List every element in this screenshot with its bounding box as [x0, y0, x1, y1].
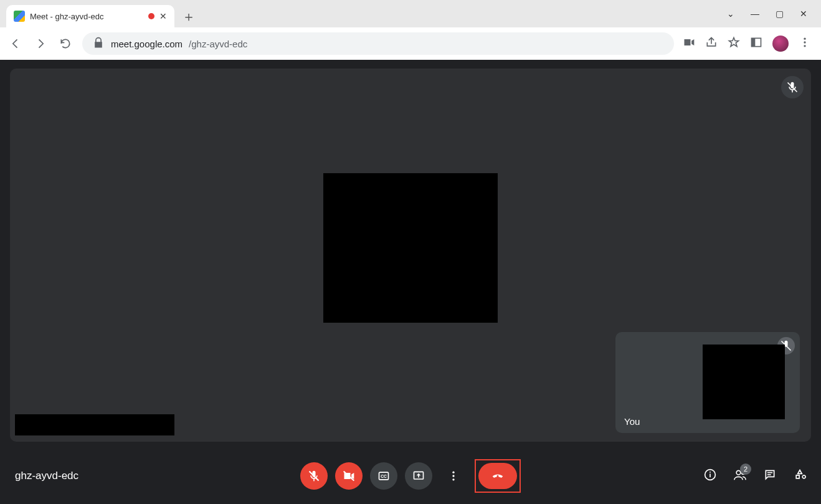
camera-toggle-button[interactable]	[335, 462, 363, 490]
leave-call-button[interactable]	[478, 463, 517, 489]
maximize-button[interactable]: ▢	[776, 9, 784, 19]
meet-bottom-bar: ghz-ayvd-edc CC	[0, 448, 821, 504]
tab-strip: Meet - ghz-ayvd-edc ✕ ＋ ⌄ — ▢ ✕	[0, 0, 821, 27]
right-panel-buttons: 2	[704, 468, 806, 483]
svg-point-4	[804, 45, 805, 47]
address-bar[interactable]: meet.google.com/ghz-ayvd-edc	[82, 32, 674, 55]
svg-point-15	[452, 475, 454, 477]
recording-indicator-icon	[148, 13, 154, 19]
url-path: /ghz-ayvd-edc	[189, 39, 247, 49]
svg-point-14	[452, 472, 454, 473]
meeting-details-button[interactable]	[704, 468, 716, 483]
captions-button[interactable]: CC	[370, 462, 397, 490]
call-controls: CC	[300, 459, 521, 493]
more-options-button[interactable]	[440, 462, 467, 490]
self-video-placeholder	[703, 345, 785, 419]
microphone-toggle-button[interactable]	[300, 462, 328, 490]
tab-close-button[interactable]: ✕	[159, 11, 167, 21]
svg-point-16	[452, 478, 454, 480]
self-view-tile[interactable]: You	[615, 332, 800, 433]
new-tab-button[interactable]: ＋	[178, 6, 199, 27]
svg-rect-1	[752, 38, 756, 46]
activities-button[interactable]	[794, 468, 806, 483]
leave-call-highlight	[475, 459, 521, 493]
present-screen-button[interactable]	[405, 462, 432, 490]
share-icon[interactable]	[705, 36, 718, 51]
camera-permission-icon[interactable]	[683, 36, 695, 51]
svg-rect-8	[313, 479, 315, 481]
reload-button[interactable]	[57, 36, 74, 52]
forward-button[interactable]	[32, 36, 49, 52]
profile-avatar[interactable]	[772, 36, 789, 52]
participant-name-area	[15, 414, 174, 435]
self-view-label: You	[624, 416, 640, 427]
back-button[interactable]	[7, 36, 24, 52]
nav-bar: meet.google.com/ghz-ayvd-edc	[0, 27, 821, 60]
svg-rect-18	[709, 473, 711, 477]
browser-tab[interactable]: Meet - ghz-ayvd-edc ✕	[6, 5, 174, 27]
tab-title: Meet - ghz-ayvd-edc	[30, 12, 143, 21]
chat-panel-button[interactable]	[764, 468, 776, 483]
participant-muted-indicator	[781, 76, 804, 98]
url-host: meet.google.com	[111, 39, 183, 49]
svg-text:CC: CC	[381, 474, 387, 478]
meet-body: You ghz-ayvd-edc CC	[0, 60, 821, 504]
window-controls: ⌄ — ▢ ✕	[713, 0, 821, 27]
svg-point-3	[804, 41, 805, 43]
svg-rect-5	[792, 90, 793, 92]
close-window-button[interactable]: ✕	[800, 9, 807, 19]
meeting-code[interactable]: ghz-ayvd-edc	[15, 470, 78, 482]
toolbar-right	[683, 36, 811, 52]
participants-count-badge: 2	[740, 464, 751, 475]
lock-icon	[92, 37, 105, 51]
side-panel-icon[interactable]	[750, 36, 762, 51]
meet-favicon-icon	[14, 11, 25, 22]
participant-video-placeholder	[323, 173, 498, 323]
chrome-menu-button[interactable]	[799, 36, 811, 51]
minimize-button[interactable]: —	[751, 9, 759, 19]
people-panel-button[interactable]: 2	[734, 468, 746, 483]
svg-rect-19	[709, 472, 711, 473]
svg-point-2	[804, 38, 805, 40]
bookmark-star-icon[interactable]	[728, 36, 740, 51]
chevron-down-icon[interactable]: ⌄	[727, 9, 734, 19]
